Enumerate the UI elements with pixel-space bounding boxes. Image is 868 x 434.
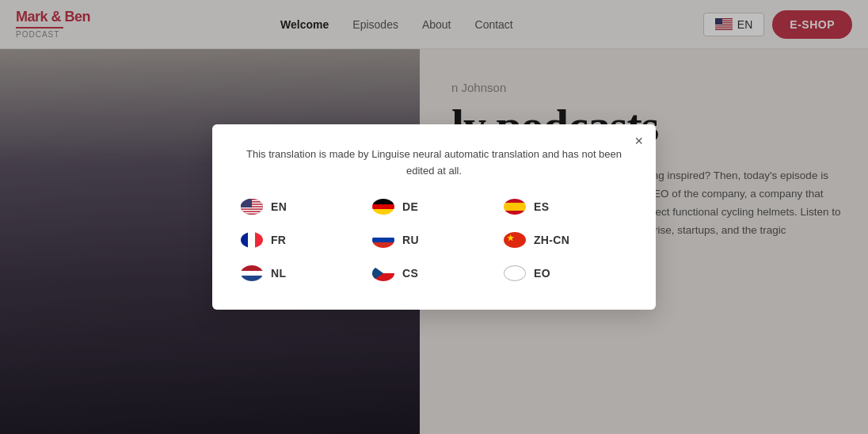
lang-fr-label: FR [271, 234, 286, 246]
lang-option-nl[interactable]: NL [241, 265, 364, 281]
lang-option-cs[interactable]: CS [372, 265, 496, 281]
flag-eo-icon [504, 265, 526, 281]
svg-rect-14 [241, 212, 263, 214]
lang-option-es[interactable]: ES [504, 199, 627, 215]
svg-rect-12 [241, 207, 263, 209]
lang-option-fr[interactable]: FR [241, 232, 364, 248]
lang-option-zh[interactable]: ZH-CN [504, 232, 627, 248]
modal-overlay[interactable]: × This translation is made by Linguise n… [0, 0, 868, 434]
flag-de-icon [372, 199, 394, 215]
modal-close-button[interactable]: × [634, 134, 643, 148]
svg-rect-11 [241, 204, 263, 206]
lang-option-eo[interactable]: EO [504, 265, 627, 281]
flag-cs-icon [372, 265, 394, 281]
svg-rect-15 [241, 199, 250, 207]
lang-option-en[interactable]: EN [241, 199, 364, 215]
lang-nl-label: NL [271, 267, 286, 280]
flag-en-svg [241, 199, 263, 215]
lang-eo-label: EO [534, 267, 550, 280]
svg-rect-13 [241, 210, 263, 211]
lang-zh-label: ZH-CN [534, 234, 569, 246]
flag-en-icon [241, 199, 263, 215]
lang-cs-label: CS [402, 267, 418, 280]
svg-rect-10 [241, 202, 263, 204]
lang-ru-label: RU [402, 234, 419, 246]
flag-nl-icon [241, 265, 263, 281]
modal-description: This translation is made by Linguise neu… [241, 147, 627, 180]
lang-option-ru[interactable]: RU [372, 232, 496, 248]
lang-option-de[interactable]: DE [372, 199, 496, 215]
lang-es-label: ES [534, 200, 549, 213]
lang-de-label: DE [402, 200, 418, 213]
flag-zh-icon [504, 232, 526, 248]
lang-en-label: EN [271, 200, 287, 213]
language-grid: EN DE ES FR RU [241, 199, 627, 281]
flag-es-icon [504, 199, 526, 215]
flag-ru-icon [372, 232, 394, 248]
svg-rect-9 [241, 200, 263, 201]
flag-fr-icon [241, 232, 263, 248]
language-modal: × This translation is made by Linguise n… [212, 124, 656, 310]
